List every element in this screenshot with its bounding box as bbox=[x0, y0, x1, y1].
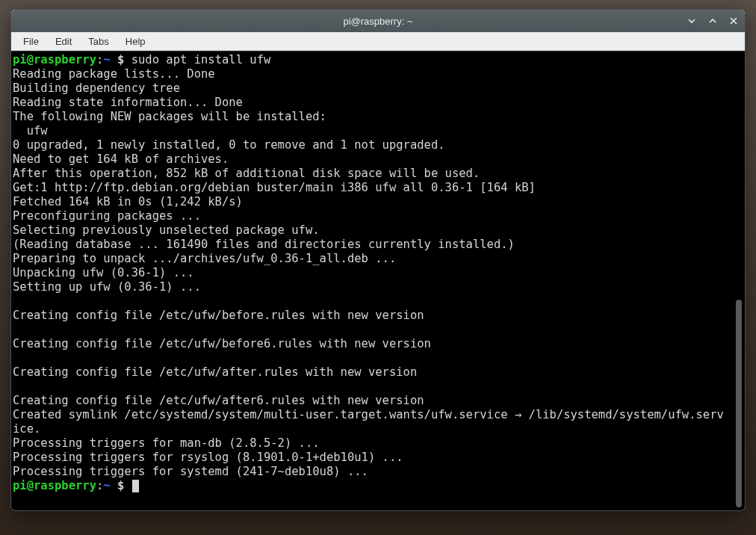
terminal[interactable]: pi@raspberry:~ $ sudo apt install ufwRea… bbox=[11, 52, 745, 510]
prompt-dollar: $ bbox=[111, 479, 131, 492]
terminal-line bbox=[13, 380, 743, 394]
menu-help[interactable]: Help bbox=[118, 34, 153, 49]
terminal-line: Preparing to unpack .../archives/ufw_0.3… bbox=[13, 252, 743, 266]
terminal-line: Creating config file /etc/ufw/before6.ru… bbox=[13, 337, 743, 351]
terminal-line: Selecting previously unselected package … bbox=[13, 223, 743, 238]
menu-file[interactable]: File bbox=[16, 34, 46, 49]
prompt-colon: : bbox=[96, 479, 103, 492]
terminal-line: Reading state information... Done bbox=[13, 96, 743, 110]
maximize-button[interactable] bbox=[706, 14, 719, 28]
terminal-line bbox=[13, 351, 743, 365]
terminal-area: pi@raspberry:~ $ sudo apt install ufwRea… bbox=[11, 51, 745, 510]
terminal-line: Processing triggers for systemd (241-7~d… bbox=[13, 465, 743, 479]
terminal-line: Reading package lists... Done bbox=[13, 67, 743, 81]
terminal-line: (Reading database ... 161490 files and d… bbox=[13, 238, 743, 252]
terminal-line: Need to get 164 kB of archives. bbox=[13, 152, 743, 167]
command-text: sudo apt install ufw bbox=[131, 53, 271, 67]
terminal-line: Building dependency tree bbox=[13, 81, 743, 96]
menubar: File Edit Tabs Help bbox=[11, 32, 745, 51]
terminal-line: Creating config file /etc/ufw/after.rule… bbox=[13, 365, 743, 380]
prompt-colon: : bbox=[96, 53, 103, 67]
terminal-line: Creating config file /etc/ufw/after6.rul… bbox=[13, 394, 743, 408]
terminal-line bbox=[13, 323, 743, 337]
terminal-line: pi@raspberry:~ $ sudo apt install ufw bbox=[13, 53, 743, 67]
prompt-at: @ bbox=[27, 479, 34, 492]
terminal-line: Fetched 164 kB in 0s (1,242 kB/s) bbox=[13, 195, 743, 209]
terminal-line: pi@raspberry:~ $ bbox=[13, 479, 743, 493]
minimize-button[interactable] bbox=[685, 14, 698, 28]
prompt-at: @ bbox=[27, 53, 34, 67]
terminal-line: Get:1 http://ftp.debian.org/debian buste… bbox=[13, 181, 743, 195]
terminal-window: pi@raspberry: ~ File Edit Tabs Help pi@r… bbox=[10, 9, 746, 511]
terminal-line: Unpacking ufw (0.36-1) ... bbox=[13, 266, 743, 280]
menu-tabs[interactable]: Tabs bbox=[81, 34, 116, 49]
prompt-user: pi bbox=[13, 479, 27, 492]
terminal-line: Created symlink /etc/systemd/system/mult… bbox=[13, 408, 743, 422]
prompt-host: raspberry bbox=[34, 479, 96, 492]
terminal-line: Processing triggers for rsyslog (8.1901.… bbox=[13, 451, 743, 465]
prompt-user: pi bbox=[13, 53, 27, 67]
terminal-line: Preconfiguring packages ... bbox=[13, 209, 743, 223]
menu-edit[interactable]: Edit bbox=[48, 34, 79, 49]
terminal-line: After this operation, 852 kB of addition… bbox=[13, 167, 743, 181]
scrollbar[interactable] bbox=[736, 53, 743, 509]
prompt-dollar: $ bbox=[111, 53, 131, 67]
terminal-line: 0 upgraded, 1 newly installed, 0 to remo… bbox=[13, 138, 743, 152]
scrollbar-thumb[interactable] bbox=[736, 300, 742, 507]
terminal-line: ufw bbox=[13, 124, 743, 138]
terminal-line bbox=[13, 294, 743, 309]
terminal-line: Setting up ufw (0.36-1) ... bbox=[13, 280, 743, 294]
window-title: pi@raspberry: ~ bbox=[11, 16, 745, 27]
prompt-path: ~ bbox=[103, 53, 110, 67]
terminal-line: The following NEW packages will be insta… bbox=[13, 110, 743, 124]
window-controls bbox=[685, 10, 740, 32]
prompt-path: ~ bbox=[103, 479, 110, 492]
terminal-line: Processing triggers for man-db (2.8.5-2)… bbox=[13, 436, 743, 451]
terminal-line: ice. bbox=[13, 422, 743, 436]
cursor bbox=[132, 480, 139, 492]
close-button[interactable] bbox=[727, 14, 740, 28]
terminal-line: Creating config file /etc/ufw/before.rul… bbox=[13, 309, 743, 323]
titlebar[interactable]: pi@raspberry: ~ bbox=[11, 10, 745, 32]
prompt-host: raspberry bbox=[34, 53, 96, 67]
